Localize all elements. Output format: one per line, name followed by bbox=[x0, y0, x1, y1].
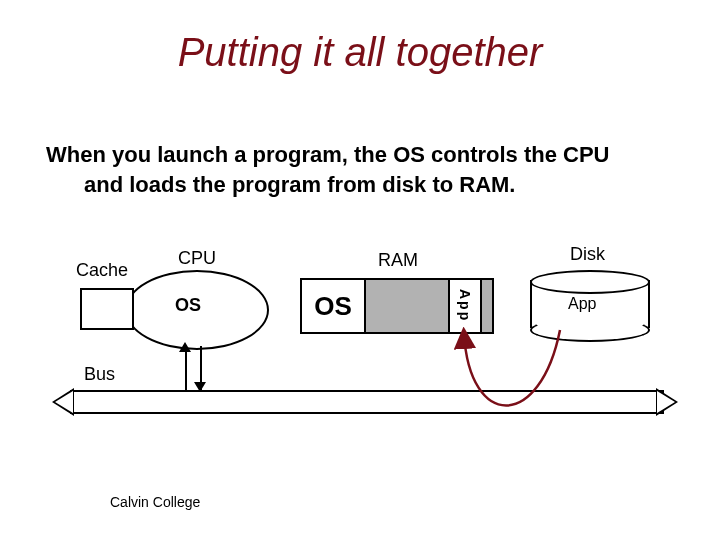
disk-app-label: App bbox=[568, 295, 596, 313]
bus-label: Bus bbox=[84, 364, 115, 385]
arrow-up-icon bbox=[179, 342, 191, 352]
ram-label: RAM bbox=[378, 250, 418, 271]
cache-box bbox=[80, 288, 134, 330]
ram-app-text: App bbox=[457, 289, 473, 322]
ram-app-cell: App bbox=[448, 278, 482, 334]
slide-title: Putting it all together bbox=[0, 30, 720, 75]
disk-bottom bbox=[530, 318, 650, 342]
disk-top bbox=[530, 270, 650, 294]
arrow-down-icon bbox=[194, 382, 206, 392]
cache-label: Cache bbox=[76, 260, 128, 281]
cpu-bus-connector-line bbox=[185, 346, 187, 390]
disk-label: Disk bbox=[570, 244, 605, 265]
bus-arrow-left-icon bbox=[52, 388, 74, 416]
cpu-label: CPU bbox=[178, 248, 216, 269]
ram-os-text: OS bbox=[314, 291, 352, 322]
desc-line-1: When you launch a program, the OS contro… bbox=[46, 142, 610, 167]
desc-line-2: and loads the program from disk to RAM. bbox=[46, 170, 676, 200]
ram-os-cell: OS bbox=[300, 278, 366, 334]
bus-arrow-right-icon bbox=[656, 388, 678, 416]
cpu-os-text: OS bbox=[175, 295, 201, 316]
bus-bar bbox=[70, 390, 664, 414]
footer-text: Calvin College bbox=[110, 494, 200, 510]
slide-description: When you launch a program, the OS contro… bbox=[46, 140, 676, 199]
